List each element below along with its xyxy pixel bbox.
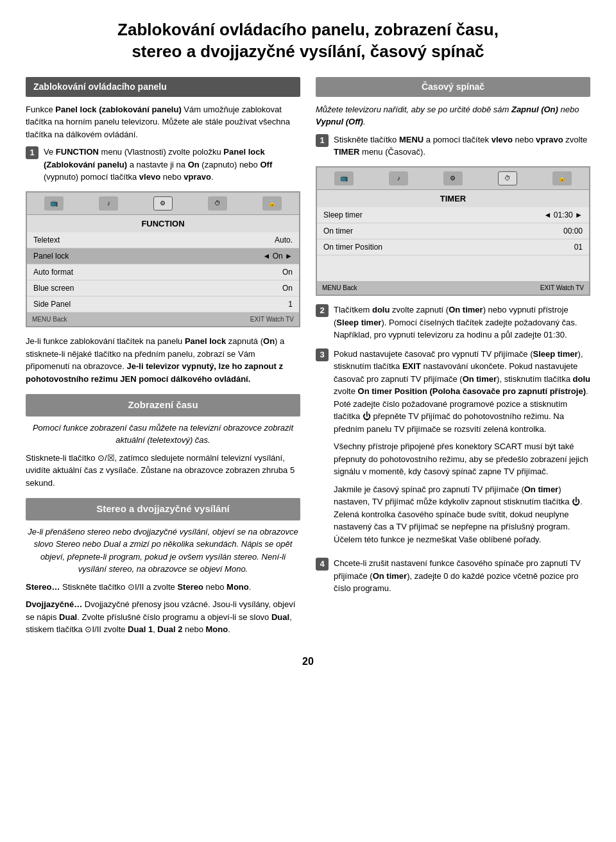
autoformat-label: Auto format [33,266,73,278]
timer-menu-title: TIMER [317,190,589,208]
timer-icon-2: ♪ [389,171,408,185]
function-menu-title: FUNCTION [27,215,299,233]
menu-row-panellock: Panel lock ◄ On ► [27,248,299,264]
menu-icon-3: ⚙ [153,196,173,210]
timer-header: Časový spínač [316,77,590,97]
timer-step3-number: 3 [316,348,329,361]
timer-step4-content: Chcete-li zrušit nastavení funkce časové… [334,557,590,595]
sleep-timer-row: Sleep timer ◄ 01:30 ► [317,207,589,223]
footer-exit: EXIT Watch TV [250,314,294,324]
timer-intro: Můžete televizoru nařídit, aby se po urč… [316,103,590,128]
on-timer-label: On timer [323,225,353,237]
title-line1: Zablokování ovládacího panelu, zobrazení… [117,20,499,39]
page-number: 20 [26,654,590,669]
timer-step3-p2: Všechny přístroje připojené přes konekto… [334,440,590,478]
main-content: Zablokování ovládacího panelu Funkce Pan… [26,77,590,641]
stereo-p2: Dvojjazyčné… Dvojjazyčné přenosy jsou vz… [26,598,300,636]
title-line2: stereo a dvojjazyčné vysílání, časový sp… [132,42,484,61]
timer-footer-exit: EXIT Watch TV [540,283,584,293]
footer-back: MENU Back [32,314,67,324]
timer-step3-p1: Pokud nastavujete časovač pro vypnutí TV… [334,348,590,436]
menu-row-autoformat: Auto format On [27,264,299,280]
menu-row-teletext: Teletext Auto. [27,232,299,248]
on-timer-position-label: On timer Position [323,241,382,253]
step1-number: 1 [26,146,38,159]
function-menu: 📺 ♪ ⚙ ⏱ 🔒 FUNCTION Teletext Auto. Panel … [26,191,300,328]
stereo-p1: Stereo… Stiskněte tlačítko ⊙I/II a zvolt… [26,581,300,594]
on-timer-row: On timer 00:00 [317,223,589,239]
time-display-intro: Pomocí funkce zobrazení času můžete na t… [26,422,300,447]
bluescreen-label: Blue screen [33,282,74,294]
timer-footer-back: MENU Back [322,283,357,293]
teletext-value: Auto. [275,234,293,246]
stereo-intro: Je-li přenášeno stereo nebo dvojjazyčné … [26,526,300,576]
timer-menu-footer: MENU Back EXIT Watch TV [317,281,589,295]
timer-icon-3: ⚙ [443,171,463,185]
timer-step2-block: 2 Tlačítkem dolu zvolte zapnutí (On time… [316,304,590,341]
step1-content: Ve FUNCTION menu (Vlastnosti) zvolte pol… [44,146,300,184]
on-timer-position-value: 01 [574,241,583,253]
panel-lock-intro: Funkce Panel lock (zablokování panelu) V… [26,103,300,141]
step1-block: 1 Ve FUNCTION menu (Vlastnosti) zvolte p… [26,146,300,184]
sleep-timer-value: ◄ 01:30 ► [544,209,583,221]
bluescreen-value: On [282,282,293,294]
panellock-value: ◄ On ► [263,250,293,262]
timer-icon-5: 🔒 [552,171,572,185]
sidepanel-value: 1 [288,298,293,310]
timer-step2-number: 2 [316,304,329,317]
stereo-header: Stereo a dvojjazyčné vysílání [26,498,300,520]
menu-row-bluescreen: Blue screen On [27,280,299,296]
timer-icon-4: ⏱ [498,171,517,185]
on-timer-value: 00:00 [563,225,583,237]
timer-step1-content: Stiskněte tlačítko MENU a pomocí tlačíte… [334,133,590,159]
timer-step3-block: 3 Pokud nastavujete časovač pro vypnutí … [316,348,590,551]
timer-icon-bar: 📺 ♪ ⚙ ⏱ 🔒 [317,168,589,190]
timer-step3-p3: Jakmile je časový spínač pro zapnutí TV … [334,483,590,546]
sleep-timer-label: Sleep timer [323,209,363,221]
timer-menu-widget: 📺 ♪ ⚙ ⏱ 🔒 TIMER Sleep timer ◄ 01:30 ► On… [316,166,590,296]
timer-step4-number: 4 [316,558,329,571]
sidepanel-label: Side Panel [33,298,71,310]
menu-icon-5: 🔒 [262,196,282,210]
panellock-label: Panel lock [33,250,69,262]
on-timer-position-row: On timer Position 01 [317,239,589,255]
time-display-note: Stisknete-li tlačítko ⊙/☒, zatímco sledu… [26,452,300,490]
menu-icon-2: ♪ [99,196,118,210]
timer-step1-block: 1 Stiskněte tlačítko MENU a pomocí tlačí… [316,133,590,159]
page-title: Zablokování ovládacího panelu, zobrazení… [26,19,590,63]
menu-icon-1: 📺 [44,196,64,210]
timer-step2-content: Tlačítkem dolu zvolte zapnutí (On timer)… [334,304,590,341]
time-display-header: Zobrazení času [26,394,300,417]
left-column: Zablokování ovládacího panelu Funkce Pan… [26,77,300,641]
panel-lock-header: Zablokování ovládacího panelu [26,77,300,97]
panel-lock-note: Je-li funkce zablokování tlačítek na pan… [26,335,300,385]
timer-icon-1: 📺 [334,171,354,185]
menu-icon-bar: 📺 ♪ ⚙ ⏱ 🔒 [27,193,299,215]
teletext-label: Teletext [33,234,60,246]
function-menu-footer: MENU Back EXIT Watch TV [27,313,299,326]
timer-step3-content: Pokud nastavujete časovač pro vypnutí TV… [334,348,590,551]
right-column: Časový spínač Můžete televizoru nařídit,… [316,77,590,641]
autoformat-value: On [282,266,293,278]
menu-row-sidepanel: Side Panel 1 [27,296,299,313]
timer-step4-block: 4 Chcete-li zrušit nastavení funkce časo… [316,557,590,595]
menu-icon-4: ⏱ [208,196,227,210]
timer-step1-number: 1 [316,134,329,147]
